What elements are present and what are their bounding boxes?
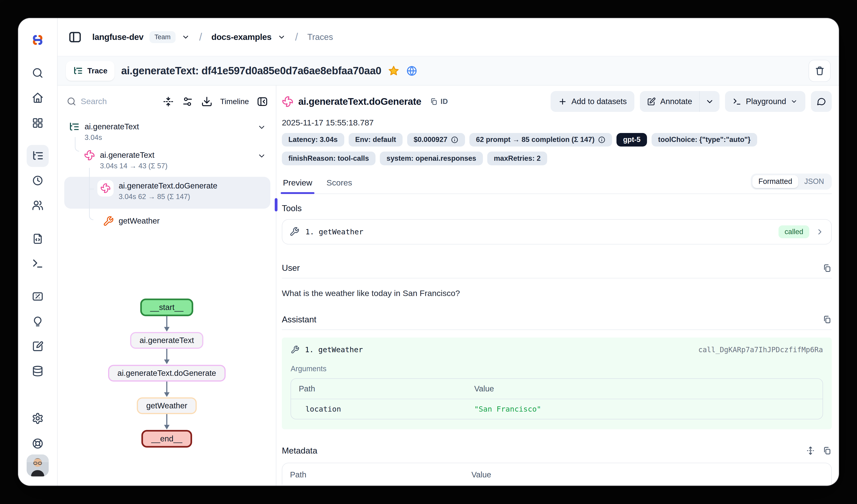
rail-home-icon[interactable] [31,91,45,105]
tree-node-ai-generatetext-dogenerate[interactable]: ai.generateText.doGenerate3.04s 62 → 85 … [64,177,270,209]
tool-called-badge: called [778,225,809,238]
assistant-heading: Assistant [282,315,317,325]
copy-icon [822,263,832,273]
graph-node-__end__[interactable]: __end__ [141,430,192,448]
user-avatar[interactable] [27,454,49,476]
project-name[interactable]: docs-examples [212,32,271,42]
delete-trace-button[interactable] [809,60,830,82]
rail-scores-icon[interactable] [31,289,45,303]
fold-vertical-icon[interactable] [163,96,174,107]
add-to-datasets-button[interactable]: Add to datasets [551,91,635,112]
copy-user-button[interactable] [822,263,832,273]
info-icon[interactable] [451,136,458,144]
rail-dashboards-icon[interactable] [31,116,45,130]
generation-icon [84,150,95,161]
graph-edge-arrow [163,316,171,332]
tree-node-label: ai.generateText [100,149,168,161]
section-name[interactable]: Traces [307,32,333,42]
rail-annotation-icon[interactable] [31,339,45,353]
trace-tree-panel: Timeline ai.generateText3.04sai.generate… [57,86,276,486]
metadata-actions [806,446,831,455]
tree-toolbar: Timeline [64,91,270,112]
tree-node-ai-generatetext[interactable]: ai.generateText3.04s 14 → 43 (Σ 57) [64,146,270,174]
badge-label: maxRetries: 2 [494,154,540,162]
chevron-down-icon[interactable] [278,33,286,41]
rail-support-icon[interactable] [31,436,45,451]
workspace-name[interactable]: langfuse-dev [92,32,144,42]
tree-node-label: ai.generateText.doGenerate [119,180,217,191]
generation-icon [97,180,114,196]
tab-preview[interactable]: Preview [282,175,313,193]
tool-definition-row[interactable]: 1. getWeather called [282,219,832,244]
observation-badge: Env: default [349,133,403,147]
playground-button[interactable]: Playground [725,91,805,112]
chevron-down-icon[interactable] [257,152,266,160]
copy-metadata-button[interactable] [822,446,832,455]
rail-users-icon[interactable] [31,198,45,212]
graph-node-__start__[interactable]: __start__ [140,298,193,316]
annotate-dropdown[interactable] [699,91,720,112]
observation-timestamp: 2025-11-17 15:55:18.787 [282,118,832,127]
rail-datasets-icon[interactable] [31,364,45,378]
globe-icon[interactable] [406,65,418,76]
tool-call-row: 1. getWeather call_DgKARp7a7IhJPDczfifMp… [290,345,823,354]
tool-call-name: 1. getWeather [305,345,363,354]
graph-node-ai-generatetext-dogenerate[interactable]: ai.generateText.doGenerate [108,365,225,382]
timeline-toggle[interactable]: Timeline [220,97,249,106]
graph-edge-arrow [163,382,171,397]
rail-evaluation-icon[interactable] [31,315,45,329]
search-input[interactable] [81,97,130,106]
observation-title: ai.generateText.doGenerate [298,96,421,107]
user-heading: User [282,263,300,273]
chevron-down-icon[interactable] [182,33,190,41]
tree-node-ai-generatetext[interactable]: ai.generateText3.04s [64,117,270,145]
rail-playground-icon[interactable] [31,256,45,271]
format-formatted[interactable]: Formatted [752,175,798,188]
chevron-down-icon [705,97,714,106]
breadcrumb-separator: / [292,31,301,43]
download-icon[interactable] [201,96,213,107]
tab-scores[interactable]: Scores [325,175,353,193]
annotate-button[interactable]: Annotate [640,91,699,112]
comments-button[interactable] [811,91,832,112]
info-icon[interactable] [598,136,606,144]
badge-label: finishReason: tool-calls [288,154,369,162]
arguments-table-row: location "San Francisco" [291,399,822,419]
display-settings-icon[interactable] [182,96,193,107]
sidebar-toggle-icon[interactable] [68,30,82,44]
screenshot-frame: langfuse-dev Team / docs-examples / Trac… [0,0,857,504]
badge-label: $0.000927 [414,136,447,144]
add-to-datasets-label: Add to datasets [571,97,627,106]
rail-search-icon[interactable] [31,66,45,80]
collapse-panel-icon[interactable] [257,96,268,107]
user-section-header: User [282,263,832,278]
rail-prompts-icon[interactable] [31,231,45,246]
tree-connector [89,189,94,189]
copy-icon [822,315,832,324]
expand-metadata-button[interactable] [806,446,815,455]
graph-node-ai-generatetext[interactable]: ai.generateText [130,332,203,349]
chevron-right-icon [816,227,824,236]
arguments-table-header: Path Value [291,379,822,399]
playground-label: Playground [746,97,786,106]
trace-type-badge[interactable]: Trace [66,61,115,81]
arg-path: location [299,405,474,413]
tree-node-getweather[interactable]: getWeather [64,212,270,228]
graph-node-getweather[interactable]: getWeather [137,397,197,414]
rail-settings-icon[interactable] [31,411,45,425]
observation-badge: $0.000927 [407,133,465,147]
graph-edge-arrow [163,349,171,365]
trace-graph: __start__ai.generateTextai.generateText.… [57,298,276,448]
chevron-down-icon[interactable] [257,123,266,132]
star-icon[interactable] [388,65,399,76]
format-json[interactable]: JSON [798,175,830,188]
rail-traces-icon[interactable] [27,145,49,167]
rail-sessions-icon[interactable] [31,173,45,188]
copy-assistant-button[interactable] [822,315,832,324]
copy-id-button[interactable]: ID [430,98,448,106]
observation-badge: toolChoice: {"type":"auto"} [652,133,757,147]
panel-resize-handle[interactable] [275,198,278,211]
badge-label: gpt-5 [623,136,641,144]
langfuse-logo[interactable] [31,33,45,47]
col-path: Path [290,470,471,479]
